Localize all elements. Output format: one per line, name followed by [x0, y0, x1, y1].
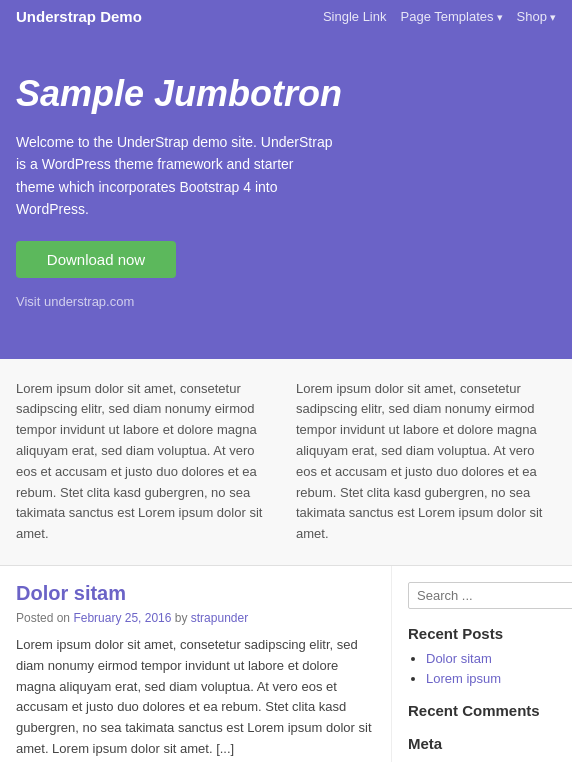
posts-column: Dolor sitam Posted on February 25, 2016 …: [0, 566, 392, 762]
post-1-author[interactable]: strapunder: [191, 611, 248, 625]
two-col-section: Lorem ipsum dolor sit amet, consetetur s…: [0, 359, 572, 566]
search-widget: Search: [408, 582, 556, 609]
post-1-body: Lorem ipsum dolor sit amet, consetetur s…: [16, 635, 375, 760]
recent-comments-section: Recent Comments: [408, 702, 556, 719]
post-1: Dolor sitam Posted on February 25, 2016 …: [16, 582, 375, 762]
post-1-meta: Posted on February 25, 2016 by strapunde…: [16, 611, 375, 625]
recent-post-2[interactable]: Lorem ipsum: [426, 671, 501, 686]
nav-links: Single Link Page Templates Shop: [323, 9, 556, 24]
jumbotron-heading: Sample Jumbotron: [16, 73, 556, 115]
post-1-title[interactable]: Dolor sitam: [16, 582, 375, 605]
content-area: Dolor sitam Posted on February 25, 2016 …: [0, 566, 572, 762]
list-item: Dolor sitam: [426, 650, 556, 666]
meta-heading: Meta: [408, 735, 556, 752]
nav-page-templates[interactable]: Page Templates: [401, 9, 503, 24]
navbar: Understrap Demo Single Link Page Templat…: [0, 0, 572, 33]
recent-post-1[interactable]: Dolor sitam: [426, 651, 492, 666]
list-item: Lorem ipsum: [426, 670, 556, 686]
two-col-right: Lorem ipsum dolor sit amet, consetetur s…: [296, 379, 556, 545]
visit-link[interactable]: Visit understrap.com: [16, 294, 556, 309]
recent-posts-list: Dolor sitam Lorem ipsum: [408, 650, 556, 686]
post-1-date[interactable]: February 25, 2016: [73, 611, 171, 625]
recent-posts-heading: Recent Posts: [408, 625, 556, 642]
two-col-left: Lorem ipsum dolor sit amet, consetetur s…: [16, 379, 276, 545]
download-button[interactable]: Download now: [16, 241, 176, 278]
search-input[interactable]: [408, 582, 572, 609]
recent-posts-section: Recent Posts Dolor sitam Lorem ipsum: [408, 625, 556, 686]
nav-shop[interactable]: Shop: [517, 9, 556, 24]
jumbotron: Sample Jumbotron Welcome to the UnderStr…: [0, 33, 572, 359]
sidebar: Search Recent Posts Dolor sitam Lorem ip…: [392, 566, 572, 762]
nav-brand[interactable]: Understrap Demo: [16, 8, 142, 25]
recent-comments-heading: Recent Comments: [408, 702, 556, 719]
nav-single-link[interactable]: Single Link: [323, 9, 387, 24]
jumbotron-description: Welcome to the UnderStrap demo site. Und…: [16, 131, 336, 221]
meta-section: Meta Log in Entries feed Comments feed W…: [408, 735, 556, 762]
